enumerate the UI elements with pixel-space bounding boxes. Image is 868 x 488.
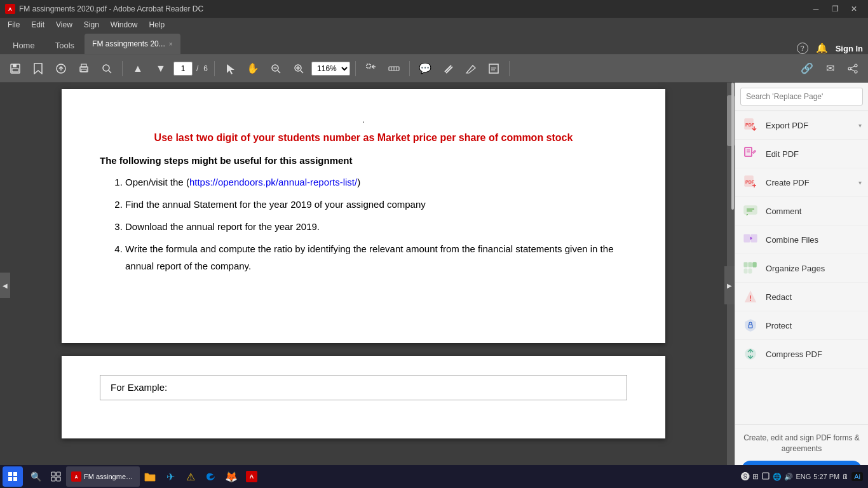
print-button[interactable] bbox=[74, 58, 94, 79]
taskbar-taskview-button[interactable] bbox=[46, 466, 66, 487]
windows-icon[interactable]: ⊞ bbox=[752, 472, 759, 481]
sign-in-button[interactable]: Sign In bbox=[836, 44, 863, 53]
taskbar-file-explorer[interactable] bbox=[140, 466, 160, 487]
taskbar-telegram[interactable]: ✈ bbox=[160, 466, 180, 487]
comment-button[interactable]: 💬 bbox=[415, 58, 435, 79]
fill-sign-button[interactable] bbox=[484, 58, 504, 79]
bookmark-button[interactable] bbox=[28, 58, 48, 79]
toolbar: ▲ ▼ 1 / 6 ✋ 116% 100% 125% 150% bbox=[0, 55, 868, 83]
close-button[interactable]: ✕ bbox=[845, 0, 863, 18]
start-button[interactable] bbox=[3, 466, 23, 487]
right-panel-scroll-thumb[interactable] bbox=[731, 83, 734, 210]
help-icon[interactable]: ? bbox=[797, 43, 808, 54]
pdf-subtitle: . bbox=[100, 114, 627, 125]
measure-button[interactable] bbox=[384, 58, 404, 79]
taskbar-acrobat-dock[interactable]: A bbox=[241, 466, 262, 487]
panel-item-compress[interactable]: Compress PDF bbox=[735, 340, 868, 369]
taskbar-edge[interactable] bbox=[201, 466, 221, 487]
next-page-button[interactable]: ▼ bbox=[151, 58, 171, 79]
panel-item-redact[interactable]: Redact bbox=[735, 283, 868, 311]
eraser-button[interactable] bbox=[461, 58, 481, 79]
window-title: FM assingments 2020.pdf - Adobe Acrobat … bbox=[19, 4, 203, 13]
taskbar: 🔍 A FM assingments 2020.pdf ✈ ⚠ 🦊 A 🅢 ⊞ bbox=[0, 465, 868, 488]
zoom-in-button[interactable] bbox=[288, 58, 309, 79]
page-number-input[interactable]: 1 bbox=[173, 62, 193, 76]
highlight-button[interactable] bbox=[438, 58, 458, 79]
tab-bar-right: ? 🔔 Sign In bbox=[797, 43, 868, 54]
pdf-page-2: For Example: bbox=[62, 356, 665, 438]
panel-item-combine[interactable]: Combine Files bbox=[735, 226, 868, 254]
svg-rect-69 bbox=[51, 477, 55, 481]
svg-point-58 bbox=[750, 300, 751, 301]
search-button[interactable] bbox=[97, 58, 117, 79]
create-pdf-expand[interactable]: ▾ bbox=[858, 179, 862, 186]
panel-bottom-text: Create, edit and sign PDF forms & agreem… bbox=[742, 433, 862, 454]
panel-item-export-pdf[interactable]: PDF Export PDF ▾ bbox=[735, 111, 868, 140]
toolbar-sep-3 bbox=[355, 61, 356, 76]
svg-rect-47 bbox=[744, 206, 757, 214]
panel-item-edit-pdf[interactable]: Edit PDF bbox=[735, 140, 868, 168]
right-panel-toggle[interactable]: ▶ bbox=[724, 266, 735, 304]
panel-item-create-pdf[interactable]: PDF Create PDF ▾ bbox=[735, 168, 868, 197]
svg-line-18 bbox=[301, 71, 303, 73]
ai-label[interactable]: Ai bbox=[851, 472, 863, 481]
minimize-button[interactable]: ─ bbox=[807, 0, 825, 18]
menu-help[interactable]: Help bbox=[144, 19, 170, 30]
right-panel-search bbox=[735, 83, 868, 111]
select-tool-button[interactable] bbox=[220, 58, 240, 79]
volume-icon[interactable]: 🔊 bbox=[784, 473, 793, 481]
menu-window[interactable]: Window bbox=[105, 19, 143, 30]
taskbar-warning[interactable]: ⚠ bbox=[180, 466, 201, 487]
svg-rect-65 bbox=[8, 477, 12, 481]
restore-button[interactable]: ❐ bbox=[826, 0, 844, 18]
replace-page-search[interactable] bbox=[740, 88, 863, 105]
menu-view[interactable]: View bbox=[51, 19, 78, 30]
hand-tool-button[interactable]: ✋ bbox=[243, 58, 263, 79]
svg-point-9 bbox=[103, 65, 109, 71]
svg-rect-19 bbox=[367, 64, 370, 68]
left-panel-toggle[interactable]: ◀ bbox=[0, 273, 10, 298]
pdf-link[interactable]: https://opendoors.pk/annual-reports-list… bbox=[189, 177, 357, 187]
menu-edit[interactable]: Edit bbox=[26, 19, 50, 30]
zoom-level-select[interactable]: 116% 100% 125% 150% bbox=[311, 62, 350, 76]
edit-pdf-icon bbox=[742, 145, 759, 163]
panel-item-organize[interactable]: Organize Pages bbox=[735, 254, 868, 283]
notification-icon[interactable]: 🗓 bbox=[842, 473, 849, 480]
pdf-content-area[interactable]: . Use last two digit of your students nu… bbox=[0, 83, 727, 488]
taskbar-acrobat-app[interactable]: A FM assingments 2020.pdf bbox=[66, 466, 140, 487]
menu-file[interactable]: File bbox=[3, 19, 25, 30]
share-button[interactable] bbox=[843, 58, 863, 79]
panel-item-comment[interactable]: Comment bbox=[735, 197, 868, 226]
bell-icon[interactable]: 🔔 bbox=[816, 43, 828, 54]
link-button[interactable]: 🔗 bbox=[797, 58, 817, 79]
save-button[interactable] bbox=[5, 58, 25, 79]
system-tray: 🅢 ⊞ 🌐 🔊 ENG 5:27 PM 🗓 Ai bbox=[738, 471, 865, 482]
marquee-zoom-button[interactable] bbox=[361, 58, 381, 79]
tab-close-button[interactable]: × bbox=[169, 41, 173, 48]
pdf-list-item-1-text: Open/visit the (https://opendoors.pk/ann… bbox=[125, 177, 360, 187]
taskbar-firefox[interactable]: 🦊 bbox=[221, 466, 241, 487]
export-pdf-expand[interactable]: ▾ bbox=[858, 122, 862, 129]
combine-label: Combine Files bbox=[766, 235, 818, 245]
taskbar-file-icon[interactable] bbox=[761, 471, 770, 482]
zoom-out-button[interactable] bbox=[266, 58, 286, 79]
svg-line-10 bbox=[109, 71, 111, 73]
toolbar-sep-2 bbox=[214, 61, 215, 76]
email-button[interactable]: ✉ bbox=[820, 58, 840, 79]
taskbar-search-button[interactable]: 🔍 bbox=[25, 466, 46, 487]
menu-sign[interactable]: Sign bbox=[79, 19, 104, 30]
svg-rect-63 bbox=[8, 472, 12, 476]
pdf-red-heading: Use last two digit of your students numb… bbox=[100, 132, 627, 144]
page-total: 6 bbox=[203, 64, 208, 73]
tab-active-document[interactable]: FM assingments 20... × bbox=[85, 34, 180, 54]
tab-tools[interactable]: Tools bbox=[45, 36, 85, 54]
network-icon[interactable]: 🌐 bbox=[773, 473, 782, 481]
svg-text:PDF: PDF bbox=[745, 123, 755, 127]
skype-icon[interactable]: 🅢 bbox=[741, 471, 750, 482]
tab-home[interactable]: Home bbox=[3, 36, 45, 54]
panel-item-protect[interactable]: Protect bbox=[735, 311, 868, 340]
language-label[interactable]: ENG bbox=[796, 473, 811, 480]
page-separator: / bbox=[196, 64, 198, 73]
prev-page-button[interactable]: ▲ bbox=[128, 58, 148, 79]
upload-button[interactable] bbox=[51, 58, 71, 79]
